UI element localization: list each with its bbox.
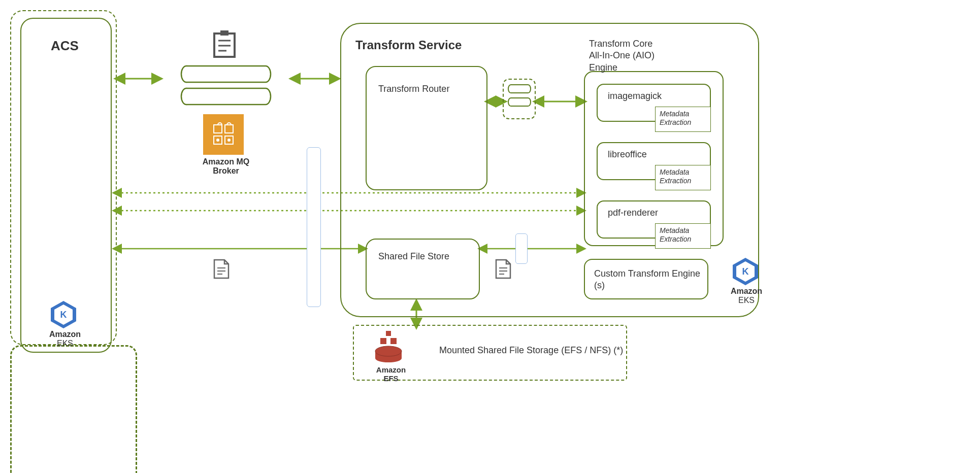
queue-cylinder-icon xyxy=(180,87,272,106)
svg-rect-19 xyxy=(214,125,222,133)
svg-text:K: K xyxy=(742,266,749,277)
mq-broker-label: Amazon MQ Broker xyxy=(198,157,254,176)
mq-broker-container xyxy=(10,345,137,473)
engine-label: imagemagick xyxy=(608,91,662,102)
mini-cylinder-icon xyxy=(507,84,532,93)
svg-rect-36 xyxy=(386,331,391,336)
eks-icon: K xyxy=(48,299,79,330)
amazon-efs-icon xyxy=(373,330,404,363)
transform-service-title: Transform Service xyxy=(355,38,462,52)
document-icon xyxy=(495,259,511,279)
eks-label-acs: Amazon EKS xyxy=(45,330,85,348)
svg-rect-20 xyxy=(225,125,233,133)
connector-bar xyxy=(307,147,321,307)
metadata-extraction-box: Metadata Extraction xyxy=(655,223,711,249)
mini-cylinder-icon xyxy=(507,97,532,107)
document-icon xyxy=(213,259,230,279)
svg-rect-13 xyxy=(220,30,228,36)
eks-amazon-text: Amazon xyxy=(731,287,762,295)
eks-icon: K xyxy=(730,256,761,287)
transform-router-label: Transform Router xyxy=(378,84,449,94)
eks-amazon-text: Amazon xyxy=(49,330,81,339)
svg-point-24 xyxy=(227,139,231,142)
custom-transform-engine-label: Custom Transform Engine (s) xyxy=(594,268,701,292)
svg-rect-37 xyxy=(380,338,386,344)
clipboard-icon xyxy=(212,30,237,58)
shared-file-store-label: Shared File Store xyxy=(378,251,449,262)
queue-cylinder-icon xyxy=(180,65,272,83)
shared-file-store-box xyxy=(366,239,480,299)
svg-point-41 xyxy=(375,354,402,362)
aio-engine-title: Transform Core All-In-One (AIO) Engine xyxy=(589,38,655,74)
amazon-mq-icon xyxy=(203,114,244,155)
eks-sub-text: EKS xyxy=(57,339,73,348)
amazon-efs-label: Amazon EFS xyxy=(373,365,409,383)
metadata-extraction-box: Metadata Extraction xyxy=(655,107,711,132)
svg-rect-38 xyxy=(390,338,397,344)
engine-label: pdf-renderer xyxy=(608,208,658,218)
svg-text:K: K xyxy=(60,310,67,320)
small-connector-bar xyxy=(515,233,528,264)
efs-storage-label: Mounted Shared File Storage (EFS / NFS) … xyxy=(439,345,623,356)
acs-title: ACS xyxy=(51,38,79,54)
metadata-extraction-box: Metadata Extraction xyxy=(655,165,711,190)
eks-label-ts: Amazon EKS xyxy=(726,287,767,305)
eks-sub-text: EKS xyxy=(738,296,755,305)
engine-label: libreoffice xyxy=(608,149,647,160)
svg-point-23 xyxy=(216,139,219,142)
